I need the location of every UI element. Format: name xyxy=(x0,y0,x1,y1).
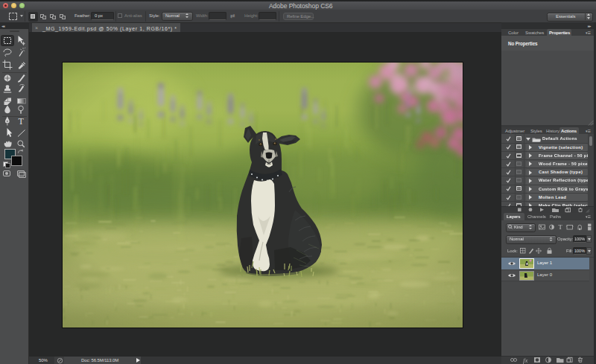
svg-text:T: T xyxy=(19,116,25,127)
svg-text:fx: fx xyxy=(523,357,528,364)
svg-text:T: T xyxy=(559,223,563,231)
